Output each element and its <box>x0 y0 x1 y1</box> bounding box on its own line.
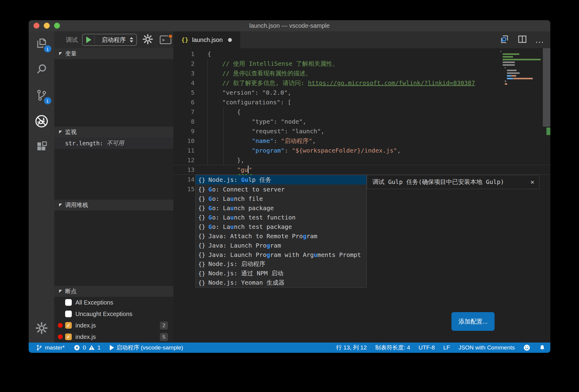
checkbox-unchecked[interactable] <box>65 311 72 317</box>
suggest-item[interactable]: {}Node.js: 通过 NPM 启动 <box>196 269 366 278</box>
start-debug-icon[interactable] <box>86 36 91 43</box>
code-line[interactable]: 1{ <box>173 49 550 59</box>
vscode-window: launch.json — vscode-sample 1 1 <box>29 20 550 353</box>
settings-gear-icon[interactable] <box>34 320 49 336</box>
branch-status[interactable]: master* <box>36 344 65 351</box>
minimap[interactable] <box>501 51 541 91</box>
notifications-bell-icon[interactable] <box>539 344 546 351</box>
braces-icon: {} <box>198 279 205 286</box>
checkbox-checked[interactable]: ✓ <box>65 334 72 340</box>
suggest-item[interactable]: {}Go: Launch test package <box>196 222 366 231</box>
section-breakpoints[interactable]: 断点 <box>54 286 173 297</box>
explorer-icon[interactable]: 1 <box>34 36 49 51</box>
code-area[interactable]: 1{2// 使用 IntelliSense 了解相关属性。3// 悬停以查看现有… <box>173 48 550 343</box>
braces-icon: {} <box>198 270 205 277</box>
debug-target-status[interactable]: 启动程序 (vscode-sample) <box>110 344 183 352</box>
configure-gear-icon[interactable] <box>142 34 153 46</box>
code-line[interactable]: 7{ <box>173 107 550 117</box>
maximize-window-button[interactable] <box>54 23 60 29</box>
code-line[interactable]: 13"gu" <box>173 165 550 175</box>
variables-body <box>54 59 173 127</box>
extensions-icon[interactable] <box>34 139 49 155</box>
scrollbar-slider[interactable] <box>543 48 550 127</box>
suggest-item[interactable]: {}Go: Launch test function <box>196 213 366 222</box>
debug-toolbar: 调试 启动程序 <box>54 31 173 48</box>
scrollbar[interactable] <box>543 48 550 343</box>
tab-label: launch.json <box>192 36 223 43</box>
code-line[interactable]: 4// 欲了解更多信息, 请访问: https://go.microsoft.c… <box>173 78 550 88</box>
cursor-position-status[interactable]: 行 13, 列 12 <box>336 344 367 352</box>
code-line[interactable]: 10"name": "启动程序", <box>173 136 550 146</box>
code-line[interactable]: 6"configurations": [ <box>173 97 550 107</box>
suggest-item[interactable]: {}Node.js: 启动程序 <box>196 259 366 269</box>
git-branch-icon <box>36 344 43 351</box>
search-icon[interactable] <box>34 62 49 77</box>
suggest-item[interactable]: {}Java: Launch Program <box>196 241 366 250</box>
status-bar: master* 0 1 启动程序 (vscod <box>29 343 550 353</box>
braces-icon: {} <box>198 261 205 268</box>
debug-disabled-icon[interactable] <box>34 113 49 129</box>
tab-size-status[interactable]: 制表符长度: 4 <box>375 344 410 352</box>
callstack-title: 调用堆栈 <box>65 201 88 209</box>
suggest-item[interactable]: {}Java: Launch Program with Arguments Pr… <box>196 250 366 259</box>
feedback-smiley-icon[interactable] <box>523 344 530 351</box>
error-icon <box>74 344 80 351</box>
section-variables[interactable]: 变量 <box>54 48 173 59</box>
code-line[interactable]: 11"program": "${workspaceFolder}/index.j… <box>173 146 550 155</box>
close-icon[interactable]: × <box>530 178 534 186</box>
braces-icon: {} <box>198 176 205 184</box>
code-line[interactable]: 12}, <box>173 155 550 165</box>
checkbox-checked[interactable]: ✓ <box>65 322 72 329</box>
twisty-icon <box>59 290 62 293</box>
suggest-item[interactable]: {}Java: Attach to Remote Program <box>196 231 366 241</box>
more-actions-icon[interactable]: … <box>535 37 545 43</box>
close-window-button[interactable] <box>33 23 40 29</box>
dropdown-spinner-icon <box>130 37 133 43</box>
suggest-item[interactable]: {}Node.js: Gulp 任务 <box>196 175 366 185</box>
editor-group: {} launch.json <box>173 31 550 343</box>
debug-config-dropdown[interactable]: 启动程序 <box>82 34 137 46</box>
open-preview-icon[interactable] <box>499 34 510 46</box>
suggest-doc-popup: 调试 Gulp 任务(确保项目中已安装本地 Gulp) × <box>367 175 539 189</box>
code-line[interactable]: 5"version": "0.2.0", <box>173 88 550 97</box>
source-control-icon[interactable]: 1 <box>34 87 49 103</box>
exception-breakpoint-row[interactable]: Uncaught Exceptions <box>54 308 173 320</box>
code-line[interactable]: 2// 使用 IntelliSense 了解相关属性。 <box>173 59 550 68</box>
code-line[interactable]: 9"request": "launch", <box>173 126 550 136</box>
code-line[interactable]: 3// 悬停以查看现有属性的描述。 <box>173 68 550 78</box>
section-watch[interactable]: 监视 <box>54 127 173 138</box>
suggest-item[interactable]: {}Go: Connect to server <box>196 185 366 194</box>
scm-badge: 1 <box>44 97 51 104</box>
section-callstack[interactable]: 调用堆栈 <box>54 200 173 210</box>
braces-icon: {} <box>198 186 205 193</box>
tab-launch-json[interactable]: {} launch.json <box>173 31 240 48</box>
breakpoint-row[interactable]: ✓index.js2 <box>54 320 173 331</box>
tab-bar: {} launch.json <box>173 31 550 48</box>
watch-expression-row[interactable]: str.length:不可用 <box>54 138 173 149</box>
breakpoint-line-badge: 5 <box>160 333 168 341</box>
add-configuration-button[interactable]: 添加配置... <box>451 312 495 331</box>
encoding-status[interactable]: UTF-8 <box>419 344 435 351</box>
modified-dot-icon[interactable] <box>228 38 232 42</box>
watch-body <box>54 149 173 200</box>
exception-breakpoint-row[interactable]: All Exceptions <box>54 297 173 308</box>
minimize-window-button[interactable] <box>44 23 50 29</box>
language-mode-status[interactable]: JSON with Comments <box>458 344 515 351</box>
braces-icon: {} <box>198 204 205 212</box>
checkbox-unchecked[interactable] <box>65 299 72 306</box>
problems-status[interactable]: 0 1 <box>74 344 100 351</box>
eol-status[interactable]: LF <box>443 344 450 351</box>
code-line[interactable]: 8"type": "node", <box>173 117 550 126</box>
debug-console-icon[interactable]: > <box>160 36 171 44</box>
explorer-badge: 1 <box>44 45 51 52</box>
suggest-widget: {}Node.js: Gulp 任务{}Go: Connect to serve… <box>195 175 367 288</box>
split-editor-icon[interactable] <box>517 34 527 45</box>
breakpoint-row[interactable]: ✓index.js5 <box>54 331 173 343</box>
breakpoints-title: 断点 <box>65 287 77 295</box>
suggest-item[interactable]: {}Go: Launch package <box>196 203 366 213</box>
breakpoint-line-badge: 2 <box>160 321 168 330</box>
suggest-item[interactable]: {}Go: Launch file <box>196 194 366 203</box>
window-title: launch.json — vscode-sample <box>249 22 330 29</box>
watch-title: 监视 <box>65 128 77 136</box>
suggest-item[interactable]: {}Node.js: Yeoman 生成器 <box>196 278 366 287</box>
